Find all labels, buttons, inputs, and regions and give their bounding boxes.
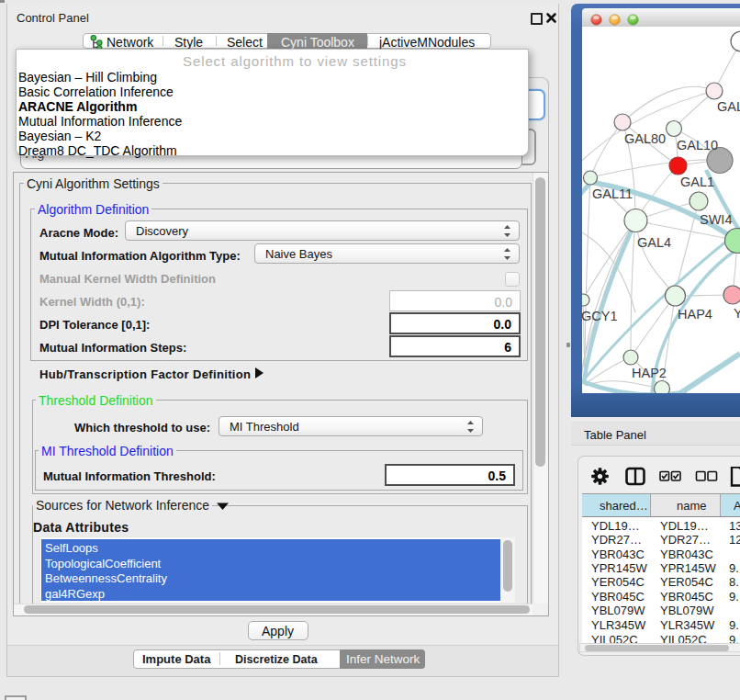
svg-text:HAP2: HAP2: [632, 366, 667, 380]
svg-text:HAP4: HAP4: [678, 307, 712, 322]
svg-text:GAL80: GAL80: [624, 131, 666, 146]
svg-text:GAL4: GAL4: [637, 235, 671, 250]
svg-text:GAL10: GAL10: [677, 138, 718, 152]
svg-text:Y: Y: [734, 306, 740, 321]
svg-text:SWI4: SWI4: [700, 212, 732, 227]
svg-text:GCY1: GCY1: [582, 309, 618, 323]
svg-text:GAL11: GAL11: [592, 186, 633, 201]
svg-text:GAL7: GAL7: [717, 99, 740, 114]
svg-text:GAL1: GAL1: [680, 175, 714, 189]
